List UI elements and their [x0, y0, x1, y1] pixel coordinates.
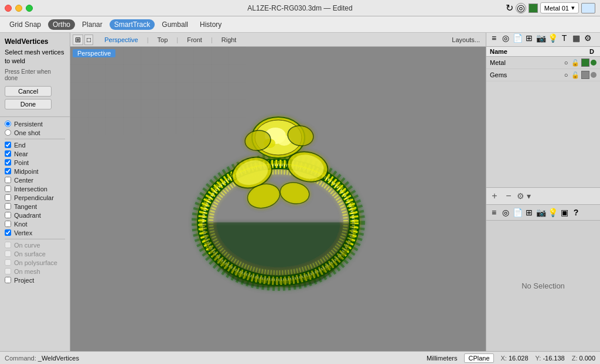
remove-layer-button[interactable]: −	[503, 190, 514, 202]
layer-metal-lock[interactable]: 🔓	[571, 59, 580, 67]
near-checkbox[interactable]	[5, 150, 11, 157]
material-dropdown[interactable]: Metal 01 ▾	[540, 2, 579, 13]
perpendicular-checkbox[interactable]	[5, 194, 11, 201]
snap-midpoint[interactable]: Midpoint	[5, 168, 65, 175]
cplane-button[interactable]: CPlane	[464, 353, 493, 363]
end-checkbox[interactable]	[5, 142, 11, 148]
prop-cam-icon[interactable]: 📷	[536, 207, 546, 218]
material-label: Metal 01	[544, 5, 569, 12]
prop-light-icon[interactable]: 💡	[547, 207, 558, 218]
menu-planar[interactable]: Planar	[77, 19, 107, 30]
color-swatch[interactable]	[529, 4, 538, 13]
window-title: AL1ZE-RC-RG030.3dm — Edited	[247, 4, 352, 12]
prop-render-icon[interactable]: ◎	[500, 207, 511, 218]
snap-oneshot[interactable]: One shot	[5, 129, 65, 136]
snap-end[interactable]: End	[5, 142, 65, 149]
snap-point[interactable]: Point	[5, 159, 65, 166]
midpoint-checkbox[interactable]	[5, 168, 11, 174]
snap-center[interactable]: Center	[5, 177, 65, 184]
layer-gems-vis[interactable]: ○	[561, 71, 571, 78]
command-prefix: Command:	[5, 355, 36, 362]
minimize-button[interactable]	[15, 5, 22, 12]
snap-project[interactable]: Project	[5, 277, 65, 284]
menu-smarttrack[interactable]: SmartTrack	[110, 19, 155, 30]
status-x: X: 16.028	[501, 355, 529, 362]
camera-icon[interactable]: 📷	[536, 33, 546, 43]
3d-viewport[interactable]: Perspective	[70, 47, 486, 351]
add-layer-button[interactable]: +	[489, 190, 500, 202]
layers-bottom-toolbar: + − ⚙ ▾	[486, 187, 600, 204]
document-icon[interactable]: 📄	[512, 33, 523, 43]
sync-icon[interactable]: ↻	[506, 2, 513, 13]
layer-gems[interactable]: Gems ○ 🔓	[486, 69, 600, 81]
snap-near[interactable]: Near	[5, 150, 65, 157]
snap-on-polysurface[interactable]: On polysurface	[5, 259, 65, 266]
command-description: Select mesh vertices to weld	[5, 48, 65, 66]
on-polysurface-checkbox[interactable]	[5, 259, 11, 266]
vertex-checkbox[interactable]	[5, 229, 11, 236]
layers-icon[interactable]: ≡	[489, 33, 499, 43]
prop-grid-icon[interactable]: ⊞	[524, 207, 534, 218]
render-icon[interactable]: ◎	[500, 33, 511, 43]
cancel-button[interactable]: Cancel	[5, 86, 52, 97]
settings-icon[interactable]: ⚙	[582, 33, 593, 43]
close-button[interactable]	[5, 5, 12, 12]
center-checkbox[interactable]	[5, 177, 11, 183]
on-curve-checkbox[interactable]	[5, 242, 11, 248]
prop-doc-icon[interactable]: 📄	[512, 207, 523, 218]
knot-checkbox[interactable]	[5, 221, 11, 227]
snap-on-surface[interactable]: On surface	[5, 250, 65, 257]
snap-intersection[interactable]: Intersection	[5, 186, 65, 193]
done-button[interactable]: Done	[5, 99, 52, 109]
left-panel: WeldVertices Select mesh vertices to wel…	[0, 33, 70, 351]
oneshot-radio[interactable]	[5, 129, 11, 136]
prop-layers-icon[interactable]: ≡	[489, 207, 499, 218]
snap-persistent[interactable]: Persistent	[5, 121, 65, 128]
tab-top[interactable]: Top	[150, 35, 176, 45]
point-checkbox[interactable]	[5, 159, 11, 166]
menu-ortho[interactable]: Ortho	[48, 19, 75, 30]
snap-vertex[interactable]: Vertex	[5, 229, 65, 236]
intersection-checkbox[interactable]	[5, 186, 11, 192]
layer-metal[interactable]: Metal ○ 🔓	[486, 57, 600, 69]
on-mesh-checkbox[interactable]	[5, 268, 11, 274]
tab-right[interactable]: Right	[214, 35, 244, 45]
target-icon[interactable]: ◎	[516, 3, 526, 13]
menu-gumball[interactable]: Gumball	[157, 19, 193, 30]
menu-grid-snap[interactable]: Grid Snap	[5, 19, 46, 30]
snap-on-curve[interactable]: On curve	[5, 242, 65, 249]
project-checkbox[interactable]	[5, 277, 11, 283]
layer-gems-color[interactable]	[581, 71, 589, 79]
no-selection-label: No Selection	[521, 281, 565, 290]
snap-perpendicular[interactable]: Perpendicular	[5, 194, 65, 201]
layer-metal-color[interactable]	[581, 59, 589, 67]
hatch-icon[interactable]: ▦	[571, 33, 581, 43]
quadrant-checkbox[interactable]	[5, 212, 11, 218]
panel-toggle[interactable]	[581, 3, 595, 13]
layer-gems-lock[interactable]: 🔓	[571, 71, 580, 79]
viewport-single-icon[interactable]: □	[84, 35, 93, 45]
tab-perspective[interactable]: Perspective	[97, 35, 145, 45]
layer-metal-vis[interactable]: ○	[561, 59, 571, 66]
snap-knot[interactable]: Knot	[5, 221, 65, 228]
prop-tag-icon[interactable]: ▣	[559, 207, 570, 218]
tangent-checkbox[interactable]	[5, 203, 11, 210]
snap-on-mesh[interactable]: On mesh	[5, 268, 65, 275]
on-surface-checkbox[interactable]	[5, 250, 11, 257]
grid3-icon[interactable]: ⊞	[524, 33, 534, 43]
viewport-grid-icon[interactable]: ⊞	[73, 35, 83, 45]
layouts-button[interactable]: Layouts...	[448, 35, 483, 44]
snap-divider	[5, 139, 65, 139]
layer-settings-button[interactable]: ⚙ ▾	[517, 191, 531, 201]
menu-history[interactable]: History	[195, 19, 226, 30]
snap-quadrant[interactable]: Quadrant	[5, 212, 65, 219]
persistent-radio[interactable]	[5, 121, 11, 127]
light-icon[interactable]: 💡	[547, 33, 558, 43]
maximize-button[interactable]	[26, 5, 33, 12]
properties-toolbar: ≡ ◎ 📄 ⊞ 📷 💡 ▣ ?	[486, 204, 600, 221]
annotation-icon[interactable]: T	[559, 33, 570, 43]
snap-tangent[interactable]: Tangent	[5, 203, 65, 210]
prop-help-icon[interactable]: ?	[571, 207, 581, 218]
y-label: Y:	[536, 355, 541, 362]
tab-front[interactable]: Front	[179, 35, 210, 45]
